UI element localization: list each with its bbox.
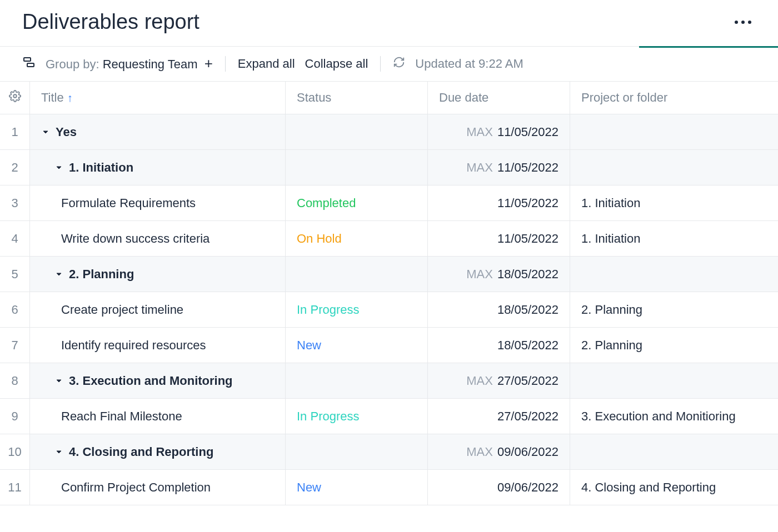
due-date-cell[interactable]: 09/06/2022: [428, 470, 570, 505]
toolbar: Group by: Requesting Team + Expand all C…: [0, 47, 778, 82]
due-date-cell[interactable]: 27/05/2022: [428, 399, 570, 434]
chevron-down-icon[interactable]: [41, 128, 50, 137]
table-row[interactable]: 4Write down success criteriaOn Hold11/05…: [0, 221, 778, 257]
status-cell[interactable]: On Hold: [286, 221, 428, 256]
due-date-cell[interactable]: MAX11/05/2022: [428, 114, 570, 149]
title-cell[interactable]: Reach Final Milestone: [30, 399, 286, 434]
title-cell[interactable]: 4. Closing and Reporting: [30, 434, 286, 469]
project-value: 3. Execution and Monitioring: [581, 409, 736, 424]
project-cell[interactable]: 2. Planning: [570, 292, 778, 327]
project-cell[interactable]: 2. Planning: [570, 328, 778, 363]
max-tag: MAX: [466, 125, 493, 139]
groupby-control[interactable]: Group by: Requesting Team +: [46, 56, 213, 72]
row-number: 9: [0, 399, 30, 434]
chevron-down-icon[interactable]: [54, 270, 63, 279]
project-column-header[interactable]: Project or folder: [570, 82, 778, 114]
gear-icon[interactable]: [9, 90, 21, 106]
add-groupby-icon[interactable]: +: [205, 55, 213, 72]
project-cell[interactable]: 3. Execution and Monitioring: [570, 399, 778, 434]
due-date-cell[interactable]: MAX27/05/2022: [428, 363, 570, 398]
due-date-value: 11/05/2022: [497, 160, 558, 175]
status-badge: New: [297, 338, 321, 353]
project-cell: [570, 363, 778, 398]
due-date-cell[interactable]: 18/05/2022: [428, 292, 570, 327]
due-date-value: 09/06/2022: [497, 445, 558, 459]
row-number: 8: [0, 363, 30, 398]
title-cell[interactable]: Formulate Requirements: [30, 185, 286, 220]
settings-column-header[interactable]: [0, 82, 30, 114]
project-cell[interactable]: 1. Initiation: [570, 221, 778, 256]
row-number: 1: [0, 114, 30, 149]
layout-icon[interactable]: [22, 56, 36, 72]
row-title: Create project timeline: [61, 303, 183, 317]
title-cell[interactable]: 3. Execution and Monitoring: [30, 363, 286, 398]
project-cell[interactable]: 1. Initiation: [570, 185, 778, 220]
status-cell[interactable]: In Progress: [286, 399, 428, 434]
due-date-cell[interactable]: MAX09/06/2022: [428, 434, 570, 469]
status-cell: [286, 434, 428, 469]
row-title: Reach Final Milestone: [61, 409, 182, 424]
status-cell[interactable]: In Progress: [286, 292, 428, 327]
row-number: 2: [0, 150, 30, 185]
due-column-header[interactable]: Due date: [428, 82, 570, 114]
title-cell[interactable]: Confirm Project Completion: [30, 470, 286, 505]
table-row[interactable]: 83. Execution and MonitoringMAX27/05/202…: [0, 363, 778, 399]
status-cell: [286, 150, 428, 185]
due-date-value: 27/05/2022: [497, 409, 558, 424]
more-menu-button[interactable]: [730, 16, 756, 28]
row-number: 4: [0, 221, 30, 256]
title-cell[interactable]: 1. Initiation: [30, 150, 286, 185]
title-cell[interactable]: Yes: [30, 114, 286, 149]
collapse-all-button[interactable]: Collapse all: [305, 57, 368, 71]
max-tag: MAX: [466, 445, 493, 459]
active-tab-indicator: [639, 46, 778, 48]
title-cell[interactable]: Identify required resources: [30, 328, 286, 363]
table-row[interactable]: 52. PlanningMAX18/05/2022: [0, 257, 778, 292]
status-badge: On Hold: [297, 232, 342, 246]
page-title: Deliverables report: [22, 10, 200, 34]
groupby-label: Group by:: [46, 57, 103, 71]
table-row[interactable]: 6Create project timelineIn Progress18/05…: [0, 292, 778, 328]
title-cell[interactable]: Create project timeline: [30, 292, 286, 327]
status-cell[interactable]: Completed: [286, 185, 428, 220]
title-cell[interactable]: Write down success criteria: [30, 221, 286, 256]
project-cell[interactable]: 4. Closing and Reporting: [570, 470, 778, 505]
row-title: Yes: [56, 125, 77, 139]
table-row[interactable]: 7Identify required resourcesNew18/05/202…: [0, 328, 778, 363]
due-date-cell[interactable]: 11/05/2022: [428, 221, 570, 256]
project-cell: [570, 434, 778, 469]
row-title: Write down success criteria: [61, 232, 210, 246]
chevron-down-icon[interactable]: [54, 377, 63, 385]
project-value: 2. Planning: [581, 303, 642, 317]
project-cell: [570, 150, 778, 185]
due-date-value: 27/05/2022: [497, 374, 558, 388]
due-date-cell[interactable]: MAX18/05/2022: [428, 257, 570, 292]
status-badge: Completed: [297, 196, 356, 210]
chevron-down-icon[interactable]: [54, 163, 63, 172]
refresh-icon[interactable]: [393, 56, 405, 72]
due-date-cell[interactable]: MAX11/05/2022: [428, 150, 570, 185]
status-column-header[interactable]: Status: [286, 82, 428, 114]
status-column-label: Status: [297, 91, 331, 105]
table-row[interactable]: 1YesMAX11/05/2022: [0, 114, 778, 150]
project-value: 2. Planning: [581, 338, 642, 353]
title-cell[interactable]: 2. Planning: [30, 257, 286, 292]
svg-rect-0: [24, 58, 31, 61]
due-date-value: 18/05/2022: [497, 303, 558, 317]
due-date-cell[interactable]: 11/05/2022: [428, 185, 570, 220]
status-cell[interactable]: New: [286, 328, 428, 363]
title-column-header[interactable]: Title ↑: [30, 82, 286, 114]
table-row[interactable]: 3Formulate RequirementsCompleted11/05/20…: [0, 185, 778, 221]
project-value: 1. Initiation: [581, 196, 640, 210]
table-row[interactable]: 9Reach Final MilestoneIn Progress27/05/2…: [0, 399, 778, 434]
project-value: 4. Closing and Reporting: [581, 480, 716, 495]
chevron-down-icon[interactable]: [54, 448, 63, 456]
table-row[interactable]: 104. Closing and ReportingMAX09/06/2022: [0, 434, 778, 470]
expand-all-button[interactable]: Expand all: [238, 57, 295, 71]
status-badge: In Progress: [297, 409, 360, 424]
table-row[interactable]: 21. InitiationMAX11/05/2022: [0, 150, 778, 185]
due-date-cell[interactable]: 18/05/2022: [428, 328, 570, 363]
status-cell[interactable]: New: [286, 470, 428, 505]
status-badge: In Progress: [297, 303, 360, 317]
table-row[interactable]: 11Confirm Project CompletionNew09/06/202…: [0, 470, 778, 505]
